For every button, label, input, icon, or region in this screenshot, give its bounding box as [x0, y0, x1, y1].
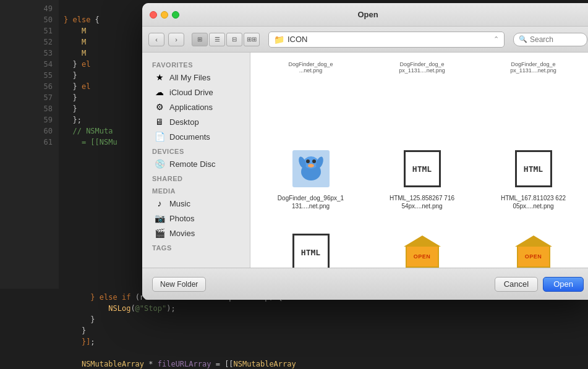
file-grid: DogFinder_dog_e...net.png DogFinder_dog_… [250, 53, 588, 268]
search-input[interactable] [530, 35, 579, 44]
new-folder-button[interactable]: New Folder [152, 277, 206, 292]
file-name: DogFinder_dog_96px_1131....net.png [277, 194, 345, 210]
applications-icon: ⚙ [155, 102, 164, 112]
svg-point-4 [312, 159, 316, 163]
forward-button[interactable]: › [168, 33, 184, 46]
sidebar-item-label: Desktop [169, 117, 199, 127]
file-thumbnail: OPEN [512, 231, 555, 268]
sidebar-item-label: All My Files [169, 73, 210, 82]
html-file-icon: HTML [292, 234, 330, 268]
html-file-icon: HTML [404, 150, 441, 187]
file-item[interactable]: DogFinder_dog_e...net.png [257, 59, 365, 139]
sidebar: Favorites ★ All My Files ☁ iCloud Drive … [142, 53, 250, 268]
sidebar-item-music[interactable]: ♪ Music [145, 196, 247, 211]
desktop-icon: 🖥 [155, 117, 164, 127]
file-item-open1-png[interactable]: OPEN open1.png [479, 226, 587, 268]
sidebar-item-icloud-drive[interactable]: ☁ iCloud Drive [145, 85, 247, 100]
open-sign-icon: OPEN [515, 235, 552, 268]
svg-point-3 [306, 159, 310, 163]
sidebar-item-label: Photos [169, 214, 194, 223]
svg-point-5 [308, 164, 314, 168]
file-item[interactable]: DogFinder_dog_epx_1131....net.png [368, 59, 476, 139]
file-name: HTML_125.858267 71654px....net.png [388, 194, 456, 210]
devices-section-label: Devices [142, 144, 250, 156]
sidebar-item-movies[interactable]: 🎬 Movies [145, 226, 247, 240]
minimize-button[interactable] [161, 11, 168, 19]
sidebar-item-label: iCloud Drive [169, 88, 213, 97]
sidebar-item-all-my-files[interactable]: ★ All My Files [145, 70, 247, 85]
sidebar-item-remote-disc[interactable]: 💿 Remote Disc [145, 156, 247, 171]
tags-section-label: Tags [142, 240, 250, 253]
open-sign-icon: OPEN [404, 235, 441, 268]
sidebar-item-label: Applications [169, 103, 213, 112]
movies-icon: 🎬 [155, 228, 164, 238]
sidebar-item-documents[interactable]: 📄 Documents [145, 129, 247, 144]
file-item[interactable]: DogFinder_dog_epx_1131....net.png [479, 59, 587, 139]
view-list-button[interactable]: ☰ [209, 33, 225, 46]
file-item-html-3[interactable]: HTML HTML_223.748031 49606px....net.png [257, 226, 365, 268]
documents-icon: 📄 [155, 132, 164, 142]
dialog-footer: New Folder Cancel Open [142, 268, 588, 300]
dialog-titlebar: Open [142, 3, 588, 27]
cancel-button[interactable]: Cancel [495, 277, 538, 292]
maximize-button[interactable] [172, 11, 179, 19]
sidebar-item-label: Documents [169, 132, 210, 142]
sidebar-item-photos[interactable]: 📷 Photos [145, 211, 247, 226]
view-icon-button[interactable]: ⊞ [192, 33, 208, 46]
close-button[interactable] [150, 11, 157, 19]
icloud-drive-icon: ☁ [155, 87, 164, 97]
bottom-code-panel: } else if (result == NSModalResponseStop… [0, 289, 588, 369]
sidebar-item-label: Movies [169, 229, 195, 238]
file-thumbnail: OPEN [401, 231, 444, 268]
remote-disc-icon: 💿 [155, 159, 164, 169]
open-dialog: Open ‹ › ⊞ ☰ ⊟ ⊞⊞ 📁 ICON ⌃ 🔍 Favorites ★… [142, 3, 588, 300]
music-icon: ♪ [155, 198, 164, 208]
dialog-title: Open [357, 10, 378, 19]
file-item-html-1[interactable]: HTML HTML_125.858267 71654px....net.png [368, 142, 476, 223]
location-bar[interactable]: 📁 ICON ⌃ [268, 32, 505, 48]
file-item-dogfinder[interactable]: DogFinder_dog_96px_1131....net.png [257, 142, 365, 223]
file-thumbnail: HTML [512, 147, 555, 190]
sidebar-item-applications[interactable]: ⚙ Applications [145, 100, 247, 114]
dialog-toolbar: ‹ › ⊞ ☰ ⊟ ⊞⊞ 📁 ICON ⌃ 🔍 [142, 27, 588, 53]
all-my-files-icon: ★ [155, 72, 164, 82]
footer-right-buttons: Cancel Open [495, 277, 584, 292]
file-name: HTML_167.811023 62205px....net.png [500, 194, 568, 210]
search-bar[interactable]: 🔍 [513, 33, 587, 46]
dialog-body: Favorites ★ All My Files ☁ iCloud Drive … [142, 53, 588, 268]
search-icon: 🔍 [519, 35, 527, 43]
sidebar-item-desktop[interactable]: 🖥 Desktop [145, 114, 247, 129]
location-text: ICON [288, 35, 490, 44]
file-thumbnail: HTML [401, 147, 444, 190]
open-button[interactable]: Open [543, 277, 584, 292]
file-thumbnail: HTML [289, 231, 333, 268]
file-item-open-png[interactable]: OPEN open.png [368, 226, 476, 268]
media-section-label: Media [142, 184, 250, 196]
view-buttons: ⊞ ☰ ⊟ ⊞⊞ [192, 33, 260, 46]
file-item-html-2[interactable]: HTML HTML_167.811023 62205px....net.png [479, 142, 587, 223]
location-folder-icon: 📁 [274, 35, 284, 45]
shared-section-label: Shared [142, 171, 250, 184]
file-thumbnail [289, 147, 333, 190]
traffic-lights [150, 11, 179, 19]
sidebar-item-label: Remote Disc [169, 159, 215, 169]
dog-png-icon [292, 150, 330, 187]
location-chevron-icon: ⌃ [493, 35, 499, 43]
sidebar-item-label: Music [169, 199, 190, 208]
favorites-section-label: Favorites [142, 57, 250, 70]
view-gallery-button[interactable]: ⊞⊞ [244, 33, 260, 46]
photos-icon: 📷 [155, 213, 164, 223]
view-columns-button[interactable]: ⊟ [226, 33, 242, 46]
html-file-icon: HTML [515, 150, 552, 187]
back-button[interactable]: ‹ [148, 33, 164, 46]
